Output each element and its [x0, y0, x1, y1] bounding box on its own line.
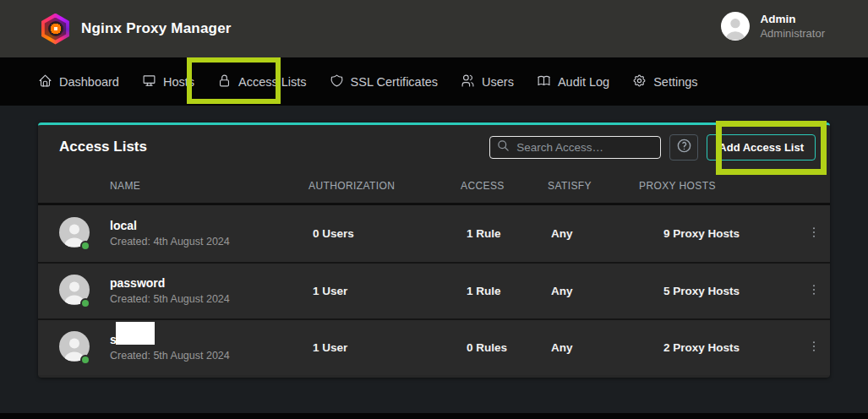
- access-list-created: Created: 4th August 2024: [110, 236, 308, 248]
- column-header-authorization: AUTHORIZATION: [308, 180, 461, 192]
- access-list-created: Created: 5th August 2024: [110, 350, 308, 362]
- cell-satisfy: Any: [548, 227, 639, 240]
- table-header-row: NAME AUTHORIZATION ACCESS SATISFY PROXY …: [38, 169, 830, 205]
- column-header-access: ACCESS: [461, 180, 548, 192]
- nav-label: Hosts: [163, 75, 194, 89]
- book-icon: [537, 73, 551, 90]
- user-avatar: [721, 12, 750, 41]
- gear-icon: [632, 73, 647, 90]
- access-lists-panel: Access Lists Add Access List: [38, 122, 830, 378]
- row-avatar: [59, 293, 90, 307]
- main-nav: Dashboard Hosts Access Lists SSL Certifi…: [0, 57, 868, 106]
- nav-item-hosts[interactable]: Hosts: [142, 73, 194, 90]
- cell-proxy-hosts: 5 Proxy Hosts: [639, 285, 801, 297]
- panel-title: Access Lists: [59, 139, 147, 155]
- table-row[interactable]: sn Created: 5th August 2024 1 User 0 Rul…: [38, 318, 830, 375]
- dots-vertical-icon: [807, 340, 821, 356]
- lock-icon: [217, 73, 232, 90]
- table-row[interactable]: local Created: 4th August 2024 0 Users 1…: [38, 205, 830, 262]
- access-list-created: Created: 5th August 2024: [110, 293, 308, 305]
- row-actions-menu-button[interactable]: [803, 280, 825, 302]
- bottom-edge: [0, 413, 868, 419]
- nav-label: SSL Certificates: [351, 75, 438, 89]
- nav-item-users[interactable]: Users: [461, 73, 514, 90]
- nav-label: Settings: [653, 75, 697, 89]
- cell-access: 0 Rules: [461, 341, 548, 354]
- nav-label: Access Lists: [238, 75, 307, 89]
- access-list-name: local: [110, 220, 308, 232]
- help-button[interactable]: [669, 134, 698, 161]
- panel-actions: Add Access List: [489, 134, 816, 161]
- user-role: Administrator: [760, 27, 825, 41]
- redaction-overlay: [116, 322, 155, 345]
- cell-access: 1 Rule: [461, 285, 548, 297]
- access-lists-table: NAME AUTHORIZATION ACCESS SATISFY PROXY …: [38, 169, 830, 375]
- status-online-dot: [80, 298, 90, 308]
- cell-proxy-hosts: 2 Proxy Hosts: [639, 341, 801, 354]
- table-row[interactable]: password Created: 5th August 2024 1 User…: [38, 262, 830, 318]
- user-meta: Admin Administrator: [760, 12, 825, 41]
- dots-vertical-icon: [807, 283, 821, 299]
- row-avatar: [59, 350, 90, 364]
- cell-proxy-hosts: 9 Proxy Hosts: [639, 227, 801, 240]
- user-menu[interactable]: Admin Administrator: [721, 12, 825, 41]
- nav-label: Audit Log: [558, 75, 609, 89]
- nav-item-access-lists[interactable]: Access Lists: [217, 73, 307, 90]
- status-online-dot: [80, 355, 90, 365]
- cell-authorization: 0 Users: [308, 227, 461, 240]
- monitor-icon: [142, 73, 156, 90]
- app-window: Nginx Proxy Manager Admin Administrator: [0, 0, 868, 419]
- row-avatar: [59, 236, 90, 250]
- shield-icon: [330, 73, 344, 90]
- dots-vertical-icon: [807, 226, 821, 242]
- home-icon: [38, 73, 52, 90]
- nav-label: Users: [482, 75, 514, 89]
- search-input[interactable]: [516, 141, 653, 154]
- app-header: Nginx Proxy Manager Admin Administrator: [0, 0, 868, 57]
- user-name: Admin: [760, 12, 825, 27]
- cell-authorization: 1 User: [308, 341, 461, 354]
- main-content: Access Lists Add Access List: [0, 106, 868, 413]
- cell-satisfy: Any: [548, 341, 639, 354]
- search-icon: [497, 139, 510, 155]
- cell-access: 1 Rule: [461, 227, 548, 240]
- row-actions-menu-button[interactable]: [803, 223, 825, 245]
- search-box[interactable]: [489, 136, 661, 159]
- nav-label: Dashboard: [59, 75, 119, 89]
- column-header-satisfy: SATISFY: [548, 180, 639, 192]
- nav-item-settings[interactable]: Settings: [632, 73, 697, 90]
- app-title: Nginx Proxy Manager: [81, 20, 232, 37]
- access-list-name: password: [110, 277, 308, 290]
- nav-item-ssl-certificates[interactable]: SSL Certificates: [330, 73, 438, 90]
- status-online-dot: [80, 241, 90, 251]
- add-access-list-button[interactable]: Add Access List: [707, 134, 816, 161]
- help-icon: [676, 138, 692, 156]
- nav-item-audit-log[interactable]: Audit Log: [537, 73, 609, 90]
- panel-header: Access Lists Add Access List: [38, 125, 830, 169]
- row-actions-menu-button[interactable]: [803, 337, 825, 359]
- nav-item-dashboard[interactable]: Dashboard: [38, 73, 119, 90]
- app-logo-icon: [41, 14, 70, 45]
- users-icon: [461, 73, 475, 90]
- brand[interactable]: Nginx Proxy Manager: [0, 14, 232, 45]
- column-header-name: NAME: [110, 180, 308, 192]
- column-header-proxy-hosts: PROXY HOSTS: [639, 180, 801, 192]
- cell-satisfy: Any: [548, 285, 639, 297]
- cell-authorization: 1 User: [308, 285, 461, 297]
